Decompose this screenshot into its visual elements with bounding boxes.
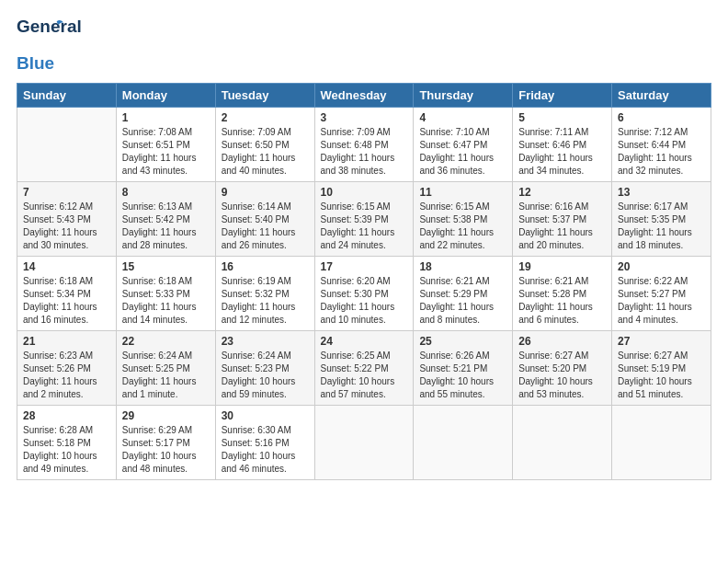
table-cell: 4 Sunrise: 7:10 AM Sunset: 6:47 PM Dayli… [414, 108, 513, 182]
day-number: 1 [122, 111, 210, 124]
table-cell: 30 Sunrise: 6:30 AM Sunset: 5:16 PM Dayl… [215, 406, 314, 480]
day-number: 18 [419, 260, 506, 273]
table-cell: 8 Sunrise: 6:13 AM Sunset: 5:42 PM Dayli… [116, 182, 215, 257]
table-cell [314, 406, 414, 480]
table-cell: 27 Sunrise: 6:27 AM Sunset: 5:19 PM Dayl… [612, 331, 711, 406]
table-cell: 12 Sunrise: 6:16 AM Sunset: 5:37 PM Dayl… [513, 182, 612, 257]
table-cell: 21 Sunrise: 6:23 AM Sunset: 5:26 PM Dayl… [17, 331, 117, 406]
col-monday: Monday [116, 84, 215, 108]
col-thursday: Thursday [414, 84, 513, 108]
day-number: 11 [419, 186, 506, 199]
day-number: 26 [518, 335, 606, 348]
table-cell: 26 Sunrise: 6:27 AM Sunset: 5:20 PM Dayl… [513, 331, 612, 406]
day-number: 15 [122, 260, 210, 273]
day-number: 13 [618, 186, 705, 199]
table-cell [513, 406, 612, 480]
table-cell: 15 Sunrise: 6:18 AM Sunset: 5:33 PM Dayl… [116, 257, 215, 331]
table-cell: 3 Sunrise: 7:09 AM Sunset: 6:48 PM Dayli… [314, 108, 414, 182]
table-cell: 13 Sunrise: 6:17 AM Sunset: 5:35 PM Dayl… [612, 182, 711, 257]
day-number: 20 [618, 260, 705, 273]
day-number: 9 [222, 186, 309, 199]
table-cell: 23 Sunrise: 6:24 AM Sunset: 5:23 PM Dayl… [215, 331, 314, 406]
day-number: 23 [222, 335, 309, 348]
logo-blue: Blue [17, 53, 54, 74]
day-number: 21 [23, 335, 110, 348]
logo: General Blue [17, 17, 57, 74]
table-cell: 11 Sunrise: 6:15 AM Sunset: 5:38 PM Dayl… [414, 182, 513, 257]
table-cell: 16 Sunrise: 6:19 AM Sunset: 5:32 PM Dayl… [215, 257, 314, 331]
day-number: 22 [122, 335, 210, 348]
table-cell: 14 Sunrise: 6:18 AM Sunset: 5:34 PM Dayl… [17, 257, 117, 331]
table-cell: 28 Sunrise: 6:28 AM Sunset: 5:18 PM Dayl… [17, 406, 117, 480]
day-number: 30 [222, 409, 309, 422]
calendar-body: 1 Sunrise: 7:08 AM Sunset: 6:51 PM Dayli… [17, 108, 711, 480]
table-cell: 17 Sunrise: 6:20 AM Sunset: 5:30 PM Dayl… [314, 257, 414, 331]
day-number: 12 [518, 186, 606, 199]
day-number: 10 [321, 186, 408, 199]
col-sunday: Sunday [17, 84, 117, 108]
day-number: 8 [122, 186, 210, 199]
table-cell: 25 Sunrise: 6:26 AM Sunset: 5:21 PM Dayl… [414, 331, 513, 406]
table-cell: 9 Sunrise: 6:14 AM Sunset: 5:40 PM Dayli… [215, 182, 314, 257]
day-number: 17 [321, 260, 408, 273]
day-number: 28 [23, 409, 110, 422]
page-header: General Blue [17, 17, 711, 74]
col-wednesday: Wednesday [314, 84, 414, 108]
col-saturday: Saturday [612, 84, 711, 108]
table-cell: 24 Sunrise: 6:25 AM Sunset: 5:22 PM Dayl… [314, 331, 414, 406]
table-cell: 29 Sunrise: 6:29 AM Sunset: 5:17 PM Dayl… [116, 406, 215, 480]
day-number: 2 [222, 111, 309, 124]
table-cell: 19 Sunrise: 6:21 AM Sunset: 5:28 PM Dayl… [513, 257, 612, 331]
day-number: 7 [23, 186, 110, 199]
day-number: 24 [321, 335, 408, 348]
day-number: 3 [321, 111, 408, 124]
table-cell: 10 Sunrise: 6:15 AM Sunset: 5:39 PM Dayl… [314, 182, 414, 257]
col-friday: Friday [513, 84, 612, 108]
table-cell: 6 Sunrise: 7:12 AM Sunset: 6:44 PM Dayli… [612, 108, 711, 182]
day-number: 5 [518, 111, 606, 124]
calendar-table: Sunday Monday Tuesday Wednesday Thursday… [17, 83, 711, 480]
day-number: 4 [419, 111, 506, 124]
table-cell: 1 Sunrise: 7:08 AM Sunset: 6:51 PM Dayli… [116, 108, 215, 182]
table-cell: 5 Sunrise: 7:11 AM Sunset: 6:46 PM Dayli… [513, 108, 612, 182]
table-cell: 18 Sunrise: 6:21 AM Sunset: 5:29 PM Dayl… [414, 257, 513, 331]
table-cell [17, 108, 117, 182]
day-number: 6 [618, 111, 705, 124]
table-cell [612, 406, 711, 480]
day-number: 25 [419, 335, 506, 348]
day-number: 16 [222, 260, 309, 273]
day-number: 27 [618, 335, 705, 348]
day-number: 19 [518, 260, 606, 273]
day-number: 29 [122, 409, 210, 422]
table-cell: 20 Sunrise: 6:22 AM Sunset: 5:27 PM Dayl… [612, 257, 711, 331]
logo-bird-icon [50, 18, 64, 33]
table-cell [414, 406, 513, 480]
header-row: Sunday Monday Tuesday Wednesday Thursday… [17, 84, 711, 108]
table-cell: 7 Sunrise: 6:12 AM Sunset: 5:43 PM Dayli… [17, 182, 117, 257]
day-number: 14 [23, 260, 110, 273]
table-cell: 2 Sunrise: 7:09 AM Sunset: 6:50 PM Dayli… [215, 108, 314, 182]
table-cell: 22 Sunrise: 6:24 AM Sunset: 5:25 PM Dayl… [116, 331, 215, 406]
col-tuesday: Tuesday [215, 84, 314, 108]
